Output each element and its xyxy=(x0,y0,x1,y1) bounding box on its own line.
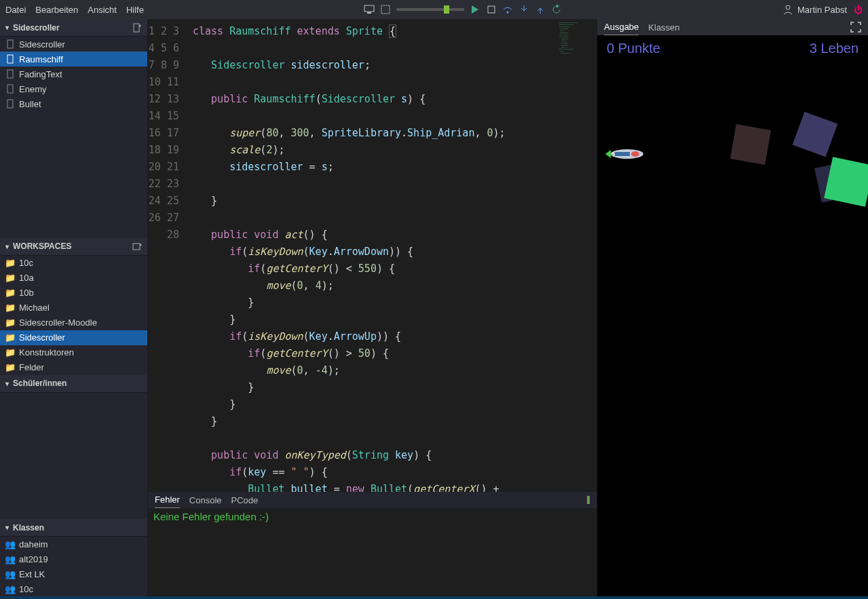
menu-file[interactable]: Datei xyxy=(5,5,26,15)
monitor-icon[interactable] xyxy=(364,4,375,15)
file-item[interactable]: Raumschiff xyxy=(0,52,147,66)
output-tabs: Ausgabe Klassen xyxy=(597,19,868,35)
project-panel-header[interactable]: ▾ Sidescroller xyxy=(0,19,147,37)
svg-rect-7 xyxy=(7,40,13,48)
group-icon: 👥 xyxy=(5,554,15,564)
new-workspace-icon[interactable] xyxy=(132,241,142,251)
logout-icon[interactable]: ⏻ xyxy=(854,5,863,15)
workspace-item[interactable]: 📁Konstruktoren xyxy=(0,345,147,360)
file-item[interactable]: Enemy xyxy=(0,81,147,96)
workspace-item[interactable]: 📁Sidescroller xyxy=(0,330,147,345)
chevron-down-icon: ▾ xyxy=(5,380,9,387)
file-icon xyxy=(5,99,15,109)
enemy-sprite xyxy=(793,112,838,157)
code-editor[interactable]: 1 2 3 4 5 6 7 8 9 10 11 12 13 14 15 16 1… xyxy=(148,19,597,492)
user-icon xyxy=(782,4,793,15)
play-icon[interactable] xyxy=(470,4,480,15)
workspaces-title: WORKSPACES xyxy=(13,241,71,251)
students-panel-header[interactable]: ▾ Schüler/innen xyxy=(0,375,147,393)
svg-rect-15 xyxy=(615,152,630,156)
chevron-down-icon: ▾ xyxy=(5,243,9,250)
students-title: Schüler/innen xyxy=(13,379,67,388)
tab-console[interactable]: Console xyxy=(189,492,222,508)
workspace-icon: 📁 xyxy=(5,318,15,328)
svg-rect-11 xyxy=(7,100,13,108)
file-icon xyxy=(5,54,15,64)
svg-rect-8 xyxy=(7,55,13,63)
user-name: Martin Pabst xyxy=(797,5,847,15)
step-into-icon[interactable] xyxy=(518,4,529,15)
workspace-item[interactable]: 📁Felder xyxy=(0,360,147,375)
workspace-item[interactable]: 📁10b xyxy=(0,286,147,301)
svg-rect-9 xyxy=(7,70,13,78)
errors-panel: Keine Fehler gefunden :-) xyxy=(148,508,597,596)
svg-rect-12 xyxy=(133,244,140,250)
svg-rect-6 xyxy=(134,24,139,32)
speed-slider[interactable] xyxy=(396,8,464,11)
hud-points: 0 Punkte xyxy=(607,41,660,56)
tab-classes[interactable]: Klassen xyxy=(648,19,679,35)
step-over-icon[interactable] xyxy=(502,4,513,15)
svg-rect-2 xyxy=(381,5,390,14)
game-output[interactable]: 0 Punkte 3 Leben xyxy=(597,35,868,596)
workspace-item[interactable]: 📁Michael xyxy=(0,301,147,315)
menu-help[interactable]: Hilfe xyxy=(126,5,144,15)
ship-sprite xyxy=(605,147,646,161)
fullscreen-icon[interactable] xyxy=(850,22,861,33)
klasse-item[interactable]: 👥10c xyxy=(0,581,147,596)
stop-icon[interactable] xyxy=(486,4,497,15)
file-icon xyxy=(5,39,15,49)
workspace-item[interactable]: 📁10c xyxy=(0,256,147,271)
sidebar: ▾ Sidescroller Sidescroller Raumschiff F… xyxy=(0,19,148,596)
user-display[interactable]: Martin Pabst ⏻ xyxy=(782,4,863,15)
workspace-icon: 📁 xyxy=(5,273,15,283)
klassen-panel-header[interactable]: ▾ Klassen xyxy=(0,519,147,537)
klasse-item[interactable]: 👥daheim xyxy=(0,537,147,552)
workspace-item[interactable]: 📁Sidescroller-Moodle xyxy=(0,315,147,330)
file-item[interactable]: Sidescroller xyxy=(0,37,147,52)
group-icon: 👥 xyxy=(5,539,15,549)
svg-marker-13 xyxy=(605,150,611,158)
file-icon xyxy=(5,69,15,79)
step-out-icon[interactable] xyxy=(535,4,546,15)
workspace-list: 📁10c 📁10a 📁10b 📁Michael 📁Sidescroller-Mo… xyxy=(0,256,147,375)
klasse-item[interactable]: 👥alt2019 xyxy=(0,552,147,566)
bottom-tabs: Fehler Console PCode xyxy=(148,492,597,508)
enemy-sprite xyxy=(730,124,771,165)
enemy-sprite xyxy=(824,157,868,207)
svg-rect-0 xyxy=(364,5,374,12)
chevron-down-icon: ▾ xyxy=(5,524,9,531)
select-icon[interactable] xyxy=(380,4,391,15)
workspace-item[interactable]: 📁10a xyxy=(0,271,147,286)
restart-icon[interactable] xyxy=(551,4,562,15)
new-file-icon[interactable] xyxy=(132,23,142,33)
tab-errors[interactable]: Fehler xyxy=(155,492,180,508)
statusbar xyxy=(0,596,868,599)
menubar: Datei Bearbeiten Ansicht Hilfe Martin Pa… xyxy=(0,0,868,19)
menu-edit[interactable]: Bearbeiten xyxy=(35,5,78,15)
file-item[interactable]: FadingText xyxy=(0,66,147,81)
code-area[interactable]: class Raumschiff extends Sprite { Sidesc… xyxy=(189,19,556,492)
tab-pcode[interactable]: PCode xyxy=(231,492,259,508)
minimap[interactable]: class Raumschiff extends Sprite Sidescro… xyxy=(556,19,597,492)
svg-rect-10 xyxy=(7,85,13,93)
menu-view[interactable]: Ansicht xyxy=(88,5,117,15)
svg-rect-1 xyxy=(367,12,371,14)
tab-output[interactable]: Ausgabe xyxy=(604,19,639,35)
klasse-item[interactable]: 👥Ext LK xyxy=(0,566,147,581)
group-icon: 👥 xyxy=(5,584,15,594)
klassen-list: 👥daheim 👥alt2019 👥Ext LK 👥10c xyxy=(0,537,147,596)
workspace-icon: 📁 xyxy=(5,288,15,298)
workspaces-panel-header[interactable]: ▾ WORKSPACES xyxy=(0,238,147,256)
file-item[interactable]: Bullet xyxy=(0,96,147,111)
line-gutter: 1 2 3 4 5 6 7 8 9 10 11 12 13 14 15 16 1… xyxy=(148,19,189,492)
chevron-down-icon: ▾ xyxy=(5,24,9,31)
svg-point-5 xyxy=(786,5,790,9)
workspace-icon: 📁 xyxy=(5,303,15,313)
no-errors-message: Keine Fehler gefunden :-) xyxy=(153,511,269,522)
svg-point-16 xyxy=(631,151,639,157)
workspace-icon: 📁 xyxy=(5,363,15,372)
workspace-icon: 📁 xyxy=(5,348,15,358)
svg-point-4 xyxy=(507,12,509,14)
workspace-icon: 📁 xyxy=(5,258,15,268)
